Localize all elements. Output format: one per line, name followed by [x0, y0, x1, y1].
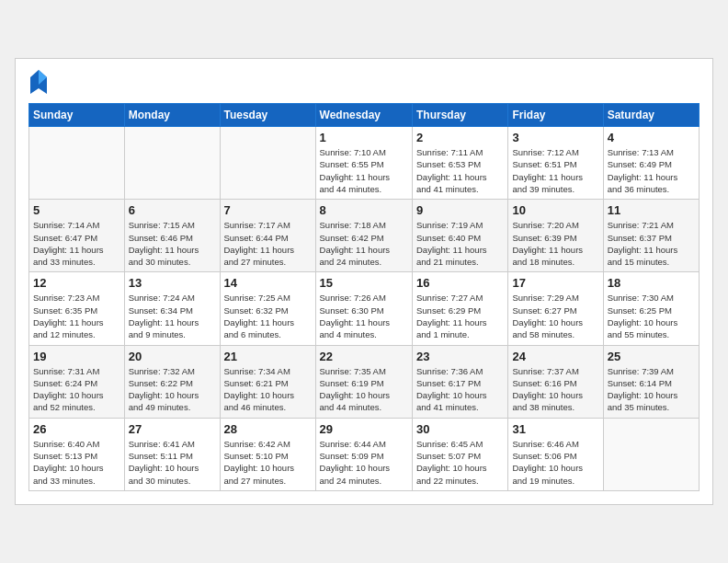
weekday-header-friday: Friday — [508, 104, 603, 127]
calendar-day-cell: 19Sunrise: 7:31 AM Sunset: 6:24 PM Dayli… — [29, 345, 125, 418]
day-info: Sunrise: 7:34 AM Sunset: 6:21 PM Dayligh… — [224, 365, 312, 414]
weekday-header-sunday: Sunday — [29, 104, 125, 127]
calendar-day-cell: 18Sunrise: 7:30 AM Sunset: 6:25 PM Dayli… — [603, 272, 699, 345]
calendar-day-cell: 16Sunrise: 7:27 AM Sunset: 6:29 PM Dayli… — [412, 272, 508, 345]
calendar-day-cell: 4Sunrise: 7:13 AM Sunset: 6:49 PM Daylig… — [603, 127, 699, 200]
calendar-day-cell: 11Sunrise: 7:21 AM Sunset: 6:37 PM Dayli… — [603, 200, 699, 272]
day-info: Sunrise: 6:46 AM Sunset: 5:06 PM Dayligh… — [512, 438, 598, 487]
calendar-day-cell — [29, 127, 125, 200]
day-number: 29 — [320, 422, 408, 436]
calendar-day-cell: 1Sunrise: 7:10 AM Sunset: 6:55 PM Daylig… — [315, 127, 412, 200]
calendar-day-cell: 21Sunrise: 7:34 AM Sunset: 6:21 PM Dayli… — [220, 345, 315, 418]
day-number: 15 — [320, 276, 408, 290]
calendar-day-cell — [220, 127, 315, 200]
day-info: Sunrise: 7:17 AM Sunset: 6:44 PM Dayligh… — [224, 219, 312, 268]
day-info: Sunrise: 6:45 AM Sunset: 5:07 PM Dayligh… — [416, 438, 505, 487]
day-number: 28 — [224, 422, 312, 436]
weekday-header-row: SundayMondayTuesdayWednesdayThursdayFrid… — [29, 104, 700, 127]
day-info: Sunrise: 7:15 AM Sunset: 6:46 PM Dayligh… — [129, 219, 216, 268]
day-info: Sunrise: 6:44 AM Sunset: 5:09 PM Dayligh… — [320, 438, 408, 487]
day-info: Sunrise: 7:26 AM Sunset: 6:30 PM Dayligh… — [320, 292, 408, 340]
day-info: Sunrise: 7:24 AM Sunset: 6:34 PM Dayligh… — [129, 292, 216, 340]
day-number: 12 — [33, 276, 120, 290]
day-info: Sunrise: 7:32 AM Sunset: 6:22 PM Dayligh… — [129, 365, 216, 414]
day-number: 27 — [129, 422, 216, 436]
day-number: 4 — [608, 131, 695, 144]
day-number: 7 — [224, 203, 312, 217]
calendar-day-cell — [603, 418, 699, 490]
calendar-day-cell: 2Sunrise: 7:11 AM Sunset: 6:53 PM Daylig… — [412, 127, 508, 200]
weekday-header-thursday: Thursday — [412, 104, 508, 127]
day-number: 8 — [320, 203, 408, 217]
day-info: Sunrise: 7:20 AM Sunset: 6:39 PM Dayligh… — [512, 219, 598, 268]
day-info: Sunrise: 7:23 AM Sunset: 6:35 PM Dayligh… — [33, 292, 120, 340]
logo — [28, 68, 49, 96]
day-info: Sunrise: 7:25 AM Sunset: 6:32 PM Dayligh… — [224, 292, 312, 340]
calendar-week-row: 26Sunrise: 6:40 AM Sunset: 5:13 PM Dayli… — [29, 418, 700, 490]
day-number: 5 — [33, 203, 120, 217]
day-number: 13 — [129, 276, 216, 290]
day-number: 23 — [416, 350, 505, 363]
day-info: Sunrise: 7:29 AM Sunset: 6:27 PM Dayligh… — [512, 292, 598, 340]
calendar-day-cell: 5Sunrise: 7:14 AM Sunset: 6:47 PM Daylig… — [29, 200, 125, 272]
calendar-header — [28, 68, 700, 96]
calendar-day-cell: 23Sunrise: 7:36 AM Sunset: 6:17 PM Dayli… — [412, 345, 508, 418]
day-number: 18 — [608, 276, 695, 290]
day-number: 17 — [512, 276, 598, 290]
weekday-header-saturday: Saturday — [603, 104, 699, 127]
day-info: Sunrise: 6:40 AM Sunset: 5:13 PM Dayligh… — [33, 438, 120, 487]
day-info: Sunrise: 6:41 AM Sunset: 5:11 PM Dayligh… — [129, 438, 216, 487]
day-number: 14 — [224, 276, 312, 290]
day-number: 22 — [320, 350, 408, 363]
day-info: Sunrise: 7:30 AM Sunset: 6:25 PM Dayligh… — [608, 292, 695, 340]
day-number: 24 — [512, 350, 598, 363]
day-number: 26 — [33, 422, 120, 436]
day-info: Sunrise: 7:39 AM Sunset: 6:14 PM Dayligh… — [608, 365, 695, 414]
calendar-day-cell: 12Sunrise: 7:23 AM Sunset: 6:35 PM Dayli… — [29, 272, 125, 345]
day-info: Sunrise: 7:12 AM Sunset: 6:51 PM Dayligh… — [512, 146, 598, 195]
calendar-day-cell: 24Sunrise: 7:37 AM Sunset: 6:16 PM Dayli… — [508, 345, 603, 418]
day-number: 30 — [416, 422, 505, 436]
calendar-day-cell: 7Sunrise: 7:17 AM Sunset: 6:44 PM Daylig… — [220, 200, 315, 272]
calendar-day-cell: 15Sunrise: 7:26 AM Sunset: 6:30 PM Dayli… — [315, 272, 412, 345]
calendar-day-cell: 22Sunrise: 7:35 AM Sunset: 6:19 PM Dayli… — [315, 345, 412, 418]
calendar-day-cell: 8Sunrise: 7:18 AM Sunset: 6:42 PM Daylig… — [315, 200, 412, 272]
day-info: Sunrise: 7:37 AM Sunset: 6:16 PM Dayligh… — [512, 365, 598, 414]
calendar-day-cell: 6Sunrise: 7:15 AM Sunset: 6:46 PM Daylig… — [124, 200, 220, 272]
calendar-week-row: 1Sunrise: 7:10 AM Sunset: 6:55 PM Daylig… — [29, 127, 700, 200]
day-number: 10 — [512, 203, 598, 217]
weekday-header-wednesday: Wednesday — [315, 104, 412, 127]
day-info: Sunrise: 7:19 AM Sunset: 6:40 PM Dayligh… — [416, 219, 505, 268]
calendar-week-row: 12Sunrise: 7:23 AM Sunset: 6:35 PM Dayli… — [29, 272, 700, 345]
day-number: 1 — [320, 131, 408, 144]
day-info: Sunrise: 7:35 AM Sunset: 6:19 PM Dayligh… — [320, 365, 408, 414]
day-number: 6 — [129, 203, 216, 217]
calendar-day-cell: 31Sunrise: 6:46 AM Sunset: 5:06 PM Dayli… — [508, 418, 603, 490]
day-info: Sunrise: 7:27 AM Sunset: 6:29 PM Dayligh… — [416, 292, 505, 340]
calendar-day-cell: 20Sunrise: 7:32 AM Sunset: 6:22 PM Dayli… — [124, 345, 220, 418]
calendar-day-cell: 28Sunrise: 6:42 AM Sunset: 5:10 PM Dayli… — [220, 418, 315, 490]
day-info: Sunrise: 7:31 AM Sunset: 6:24 PM Dayligh… — [33, 365, 120, 414]
logo-icon — [28, 68, 49, 96]
calendar-day-cell: 29Sunrise: 6:44 AM Sunset: 5:09 PM Dayli… — [315, 418, 412, 490]
calendar-table: SundayMondayTuesdayWednesdayThursdayFrid… — [28, 103, 700, 491]
calendar-day-cell: 9Sunrise: 7:19 AM Sunset: 6:40 PM Daylig… — [412, 200, 508, 272]
calendar-day-cell: 3Sunrise: 7:12 AM Sunset: 6:51 PM Daylig… — [508, 127, 603, 200]
calendar-day-cell — [124, 127, 220, 200]
calendar-day-cell: 27Sunrise: 6:41 AM Sunset: 5:11 PM Dayli… — [124, 418, 220, 490]
calendar-day-cell: 17Sunrise: 7:29 AM Sunset: 6:27 PM Dayli… — [508, 272, 603, 345]
calendar-day-cell: 13Sunrise: 7:24 AM Sunset: 6:34 PM Dayli… — [124, 272, 220, 345]
weekday-header-monday: Monday — [124, 104, 220, 127]
day-info: Sunrise: 7:21 AM Sunset: 6:37 PM Dayligh… — [608, 219, 695, 268]
day-number: 3 — [512, 131, 598, 144]
calendar-container: SundayMondayTuesdayWednesdayThursdayFrid… — [15, 58, 713, 505]
calendar-day-cell: 30Sunrise: 6:45 AM Sunset: 5:07 PM Dayli… — [412, 418, 508, 490]
day-info: Sunrise: 6:42 AM Sunset: 5:10 PM Dayligh… — [224, 438, 312, 487]
calendar-day-cell: 10Sunrise: 7:20 AM Sunset: 6:39 PM Dayli… — [508, 200, 603, 272]
day-info: Sunrise: 7:18 AM Sunset: 6:42 PM Dayligh… — [320, 219, 408, 268]
day-info: Sunrise: 7:36 AM Sunset: 6:17 PM Dayligh… — [416, 365, 505, 414]
day-number: 31 — [512, 422, 598, 436]
day-number: 9 — [416, 203, 505, 217]
day-number: 20 — [129, 350, 216, 363]
day-number: 11 — [608, 203, 695, 217]
